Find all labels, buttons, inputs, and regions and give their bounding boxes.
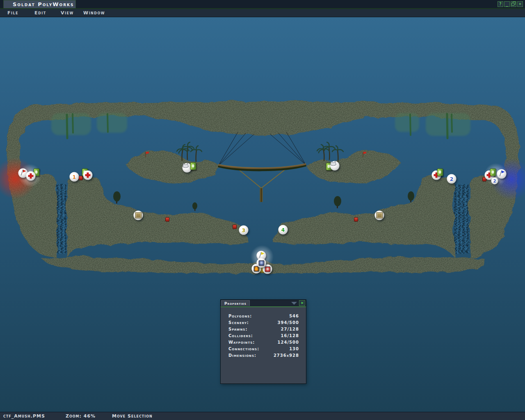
property-value: 16/128 xyxy=(281,333,299,339)
flag-icon xyxy=(497,169,505,178)
status-zoom: Zoom: 46% xyxy=(66,412,96,420)
right-landmass[interactable] xyxy=(272,175,453,256)
marker-grenades[interactable] xyxy=(490,169,496,176)
marker-crate[interactable] xyxy=(375,211,384,220)
menu-view[interactable]: View xyxy=(61,9,74,17)
marker-waypoint-3[interactable]: 3 xyxy=(239,226,249,235)
waypoint-connections[interactable] xyxy=(218,132,306,166)
property-value: 2736x928 xyxy=(274,352,299,359)
map-canvas[interactable]: 1 34 22 Properties × Polygons: 546 Scene… xyxy=(0,17,525,412)
polyworks-window: Soldat PolyWorks ? _ × File Edit View Wi… xyxy=(0,0,525,420)
properties-panel-header[interactable]: Properties × xyxy=(221,300,306,307)
property-row: Scenery: 394/500 xyxy=(221,320,306,326)
scenery-flag-icon xyxy=(362,152,366,158)
marker-bonus-predator[interactable] xyxy=(257,258,266,268)
marker-medkit[interactable] xyxy=(26,171,36,181)
vest-icon xyxy=(183,163,189,169)
marker-scenery-flag[interactable] xyxy=(145,152,149,158)
flag-icon xyxy=(18,169,27,177)
window-title: Soldat PolyWorks xyxy=(13,1,74,7)
menu-window[interactable]: Window xyxy=(83,9,105,17)
marker-flag-blue[interactable] xyxy=(497,169,507,179)
barrel-icon xyxy=(165,217,169,222)
properties-panel[interactable]: Properties × Polygons: 546 Scenery: 394/… xyxy=(220,299,306,384)
scenery-flag-icon xyxy=(145,152,149,158)
property-label: Spawns: xyxy=(228,326,247,333)
left-landmass[interactable] xyxy=(66,175,247,256)
marker-scenery-flag[interactable] xyxy=(362,152,366,158)
property-label: Connections: xyxy=(228,346,259,352)
marker-waypoint-1[interactable]: 1 xyxy=(70,172,79,182)
property-row: Spawns: 27/128 xyxy=(221,326,306,333)
marker-barrel[interactable] xyxy=(233,225,237,229)
menubar: File Edit View Window xyxy=(0,9,525,17)
property-row: Dimensions: 2736x928 xyxy=(221,352,306,359)
property-label: Dimensions: xyxy=(228,352,256,359)
properties-body: Polygons: 546 Scenery: 394/500 Spawns: 2… xyxy=(221,307,306,359)
barrel-icon xyxy=(354,217,358,222)
panel-close-button[interactable]: × xyxy=(299,300,305,306)
properties-title: Properties xyxy=(224,301,247,306)
property-label: Colliders: xyxy=(228,333,253,339)
property-row: Polygons: 546 xyxy=(221,313,306,320)
marker-crate[interactable] xyxy=(134,211,143,220)
left-island[interactable] xyxy=(124,149,219,182)
medkit-cross-icon xyxy=(28,173,34,179)
menu-edit[interactable]: Edit xyxy=(34,9,46,17)
menu-file[interactable]: File xyxy=(7,9,18,17)
marker-grenades[interactable] xyxy=(437,169,443,176)
minimize-button[interactable]: _ xyxy=(504,1,510,7)
ceiling[interactable] xyxy=(6,100,519,175)
trees[interactable] xyxy=(113,191,414,211)
predator-bonus-icon xyxy=(258,260,264,266)
marker-barrel[interactable] xyxy=(79,176,83,180)
medkit-cross-icon xyxy=(85,173,91,178)
right-island[interactable] xyxy=(306,149,401,182)
status-filename: ctf_Amush.PMS xyxy=(3,412,45,420)
marker-vest[interactable] xyxy=(330,161,340,171)
property-label: Waypoints: xyxy=(228,339,255,346)
panel-collapse-icon[interactable] xyxy=(291,302,297,305)
property-value: 546 xyxy=(289,313,299,320)
marker-waypoint-2[interactable]: 2 xyxy=(447,174,457,184)
restore-button[interactable] xyxy=(511,1,516,7)
marker-medkit[interactable] xyxy=(83,171,93,180)
property-value: 124/500 xyxy=(278,339,299,346)
property-row: Connections: 130 xyxy=(221,346,306,352)
property-label: Polygons: xyxy=(228,313,252,320)
close-button[interactable]: × xyxy=(517,1,523,7)
barrel-icon xyxy=(79,176,83,180)
vest-icon xyxy=(330,161,337,167)
marker-waypoint-4[interactable]: 4 xyxy=(278,225,288,235)
help-button[interactable]: ? xyxy=(498,1,503,7)
grenade-box-icon xyxy=(437,169,443,176)
grenade-box-icon xyxy=(490,169,496,176)
marker-barrel[interactable] xyxy=(165,217,169,222)
property-row: Colliders: 16/128 xyxy=(221,333,306,339)
rope-bridge[interactable] xyxy=(218,163,306,202)
property-value: 394/500 xyxy=(278,320,299,326)
restore-icon xyxy=(511,2,516,6)
property-row: Waypoints: 124/500 xyxy=(221,339,306,346)
status-tool: Move Selection xyxy=(112,412,153,420)
property-value: 27/128 xyxy=(281,326,299,333)
barrel-icon xyxy=(233,225,237,229)
marker-grenades[interactable] xyxy=(190,162,196,170)
properties-tab[interactable]: Properties xyxy=(221,300,250,306)
window-titlebar[interactable]: Soldat PolyWorks ? _ × xyxy=(0,0,525,9)
property-value: 130 xyxy=(289,346,299,352)
window-title-box: Soldat PolyWorks xyxy=(3,0,76,8)
flag-icon xyxy=(257,251,265,259)
marker-barrel[interactable] xyxy=(354,217,358,222)
statusbar: ctf_Amush.PMS Zoom: 46% Move Selection xyxy=(0,412,525,420)
window-controls: ? _ × xyxy=(498,1,523,7)
crate-icon xyxy=(135,212,142,219)
grenade-box-icon xyxy=(190,162,196,170)
property-label: Scenery: xyxy=(228,320,249,326)
crate-icon xyxy=(376,212,383,219)
